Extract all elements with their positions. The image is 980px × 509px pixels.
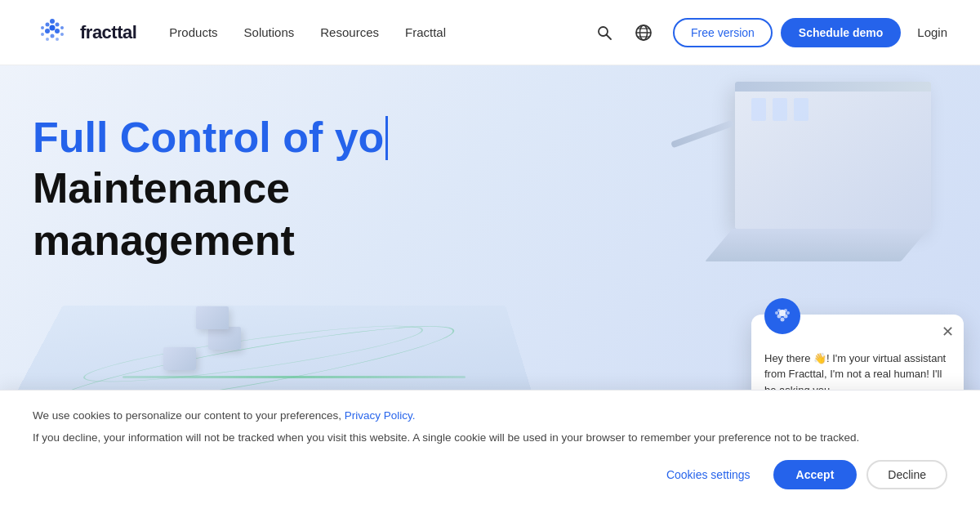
nav-solutions[interactable]: Solutions [244, 25, 295, 39]
hero-title-blue: Full Control of yo [33, 114, 384, 161]
factory-side [705, 229, 929, 261]
svg-point-7 [50, 25, 56, 30]
svg-point-6 [45, 29, 50, 33]
cookies-settings-button[interactable]: Cookies settings [653, 462, 764, 488]
logo-area[interactable]: fracttal [33, 13, 136, 52]
fracttal-logo-icon [33, 13, 72, 52]
conveyor-arm [670, 120, 734, 149]
decline-cookies-button[interactable]: Decline [866, 460, 947, 489]
login-button[interactable]: Login [917, 25, 947, 39]
factory-windows [751, 98, 808, 121]
cookie-banner: We use cookies to personalize our conten… [0, 390, 980, 509]
conveyor-line-1 [122, 376, 466, 378]
hero-title-line1: Maintenance [33, 164, 388, 213]
logo-text: fracttal [80, 22, 136, 43]
iso-box-2 [208, 327, 241, 350]
nav-icon-group [591, 20, 657, 46]
chatbot-avatar [764, 298, 800, 334]
cookie-text-1: We use cookies to personalize our conten… [33, 407, 947, 425]
svg-point-5 [55, 29, 60, 33]
svg-line-14 [607, 34, 612, 39]
free-version-button[interactable]: Free version [673, 18, 773, 47]
nav-links: Products Solutions Resources Fracttal [169, 25, 591, 39]
globe-icon[interactable] [630, 20, 657, 46]
svg-point-4 [41, 26, 44, 29]
schedule-demo-button[interactable]: Schedule demo [781, 18, 901, 47]
accept-cookies-button[interactable]: Accept [773, 460, 858, 489]
chatbot-close-button[interactable]: ✕ [942, 323, 954, 341]
nav-resources[interactable]: Resources [320, 25, 379, 39]
svg-point-24 [786, 311, 790, 315]
svg-point-12 [46, 38, 49, 41]
search-icon[interactable] [591, 20, 617, 46]
hero-cursor [385, 116, 388, 160]
nav-products[interactable]: Products [169, 25, 217, 39]
svg-point-9 [60, 33, 64, 36]
svg-point-8 [51, 33, 55, 38]
svg-point-1 [56, 22, 60, 26]
svg-point-25 [781, 317, 785, 321]
hero-title-row: Full Control of yo [33, 114, 388, 161]
nav-fracttal[interactable]: Fracttal [405, 25, 446, 39]
svg-point-10 [41, 33, 44, 36]
svg-point-22 [784, 314, 788, 318]
iso-box-3 [196, 306, 229, 329]
svg-point-11 [56, 38, 59, 41]
iso-box-1 [163, 347, 196, 370]
factory-building [735, 82, 931, 229]
svg-point-3 [60, 26, 64, 29]
chatbot-avatar-icon [771, 305, 794, 328]
hero-factory [686, 82, 931, 261]
privacy-policy-link[interactable]: Privacy Policy. [345, 409, 416, 422]
navbar: fracttal Products Solutions Resources Fr… [0, 0, 980, 65]
svg-point-0 [50, 19, 55, 24]
cookie-text-2: If you decline, your information will no… [33, 429, 947, 447]
cookie-actions: Cookies settings Accept Decline [33, 460, 947, 489]
svg-point-27 [784, 309, 787, 312]
svg-point-21 [777, 314, 782, 318]
hero-content: Full Control of yo Maintenance managemen… [33, 114, 388, 266]
svg-point-26 [777, 309, 781, 312]
svg-point-23 [775, 311, 778, 315]
svg-point-2 [46, 22, 50, 26]
hero-title-line2: management [33, 217, 388, 266]
